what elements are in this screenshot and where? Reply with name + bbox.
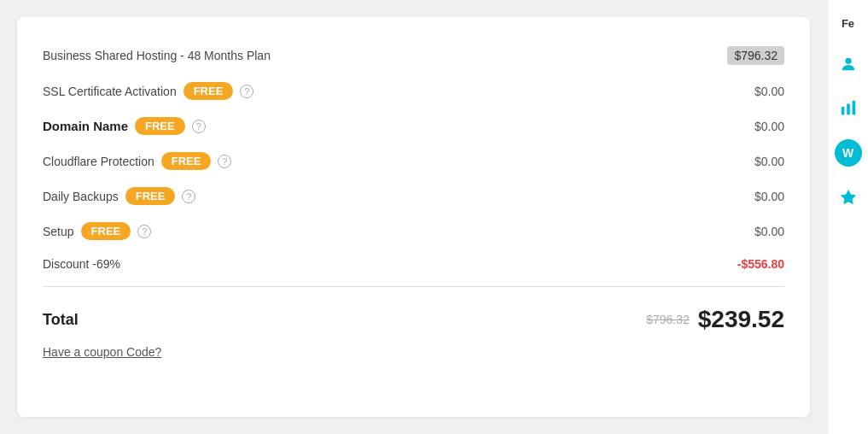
total-original-price: $796.32 — [646, 313, 690, 326]
line-item-left: Daily BackupsFREE? — [43, 187, 195, 205]
price-cloudflare: $0.00 — [754, 155, 784, 168]
total-final-price: $239.52 — [698, 306, 784, 333]
label-cloudflare: Cloudflare Protection — [43, 155, 154, 168]
help-icon-setup[interactable]: ? — [137, 225, 151, 238]
line-item-left: SSL Certificate ActivationFREE? — [43, 82, 253, 100]
line-item-left: Domain NameFREE? — [43, 117, 206, 135]
svg-rect-3 — [852, 101, 855, 114]
label-ssl: SSL Certificate Activation — [43, 85, 177, 98]
divider — [43, 286, 784, 287]
line-item-cloudflare: Cloudflare ProtectionFREE?$0.00 — [43, 144, 784, 179]
free-badge-cloudflare: FREE — [161, 152, 212, 170]
free-badge-backups: FREE — [125, 187, 176, 205]
line-item-left: Business Shared Hosting - 48 Months Plan — [43, 49, 271, 62]
help-icon-cloudflare[interactable]: ? — [218, 155, 231, 168]
total-prices: $796.32 $239.52 — [646, 306, 784, 333]
chart-icon[interactable] — [835, 95, 862, 122]
line-item-left: Cloudflare ProtectionFREE? — [43, 152, 231, 170]
price-discount: -$556.80 — [737, 257, 784, 271]
main-content: Business Shared Hosting - 48 Months Plan… — [0, 0, 827, 434]
total-label: Total — [43, 311, 79, 329]
price-backups: $0.00 — [754, 190, 784, 203]
label-discount: Discount -69% — [43, 257, 120, 271]
price-ssl: $0.00 — [754, 85, 784, 98]
line-item-ssl: SSL Certificate ActivationFREE?$0.00 — [43, 73, 784, 108]
line-item-left: SetupFREE? — [43, 222, 151, 240]
line-item-domain: Domain NameFREE?$0.00 — [43, 108, 784, 144]
help-icon-backups[interactable]: ? — [182, 190, 195, 203]
line-item-discount: Discount -69%-$556.80 — [43, 249, 784, 279]
free-badge-setup: FREE — [81, 222, 131, 240]
help-icon-ssl[interactable]: ? — [240, 85, 253, 98]
label-hosting: Business Shared Hosting - 48 Months Plan — [43, 49, 271, 62]
help-icon-domain[interactable]: ? — [192, 120, 206, 133]
total-row: Total $796.32 $239.52 — [43, 294, 784, 342]
line-item-hosting: Business Shared Hosting - 48 Months Plan… — [43, 38, 784, 73]
coupon-link[interactable]: Have a coupon Code? — [43, 345, 161, 359]
line-item-backups: Daily BackupsFREE?$0.00 — [43, 179, 784, 214]
pricing-card: Business Shared Hosting - 48 Months Plan… — [17, 17, 810, 417]
line-item-setup: SetupFREE?$0.00 — [43, 214, 784, 249]
svg-point-0 — [845, 58, 851, 64]
free-badge-domain: FREE — [135, 117, 185, 135]
label-backups: Daily Backups — [43, 190, 119, 203]
label-setup: Setup — [43, 225, 74, 238]
svg-marker-4 — [840, 190, 855, 204]
svg-rect-2 — [847, 104, 850, 115]
person-icon[interactable] — [835, 50, 862, 78]
svg-rect-1 — [841, 107, 844, 114]
label-domain: Domain Name — [43, 119, 128, 133]
wordpress-icon[interactable]: W — [835, 139, 862, 167]
star-icon[interactable] — [835, 184, 862, 211]
line-item-left: Discount -69% — [43, 257, 120, 271]
free-badge-ssl: FREE — [184, 82, 234, 100]
price-setup: $0.00 — [754, 225, 784, 238]
right-sidebar: Fe W — [827, 0, 868, 434]
price-domain: $0.00 — [754, 120, 784, 133]
sidebar-title: Fe — [842, 14, 854, 33]
price-hosting: $796.32 — [727, 46, 784, 65]
